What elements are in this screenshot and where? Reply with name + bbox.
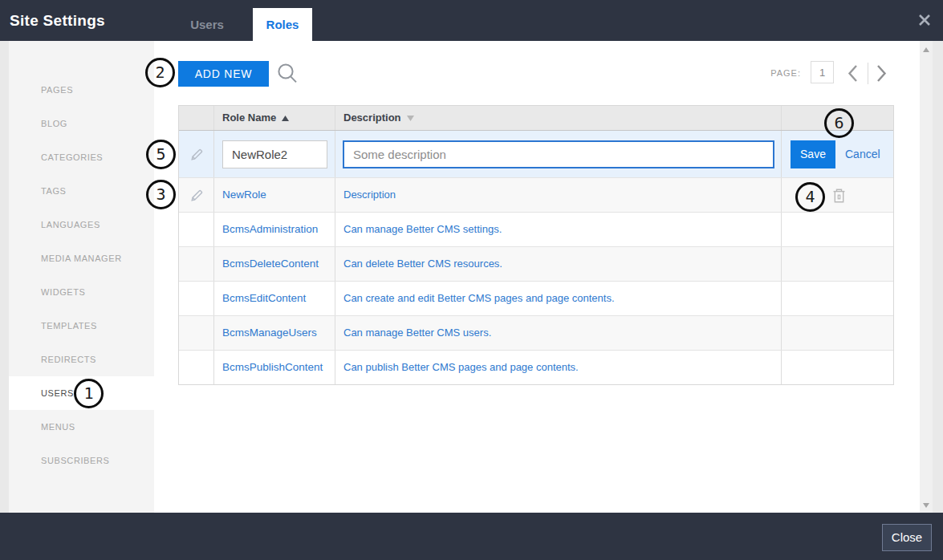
tab-roles[interactable]: Roles (253, 8, 312, 41)
role-name-header-label: Role Name (222, 112, 276, 124)
sidebar: PAGES BLOG CATEGORIES TAGS LANGUAGES MED… (9, 41, 154, 513)
add-new-button[interactable]: ADD NEW (178, 61, 269, 87)
row-name-cell: NewRole (214, 178, 335, 212)
callout-4: 4 (795, 182, 825, 212)
sidebar-item-redirects[interactable]: REDIRECTS (9, 343, 154, 376)
row-icon-cell (179, 247, 214, 281)
header-cell-description[interactable]: Description (335, 106, 782, 130)
row-actions-cell (782, 213, 893, 246)
row-icon-cell (179, 178, 214, 212)
role-description-input[interactable] (343, 140, 774, 168)
edit-pencil-icon[interactable] (190, 189, 204, 202)
vertical-scrollbar[interactable] (920, 41, 933, 513)
sidebar-item-subscribers[interactable]: SUBSCRIBERS (9, 444, 154, 477)
sidebar-menu: PAGES BLOG CATEGORIES TAGS LANGUAGES MED… (9, 41, 154, 477)
row-icon-cell (179, 351, 214, 384)
role-edit-row: Save Cancel (179, 131, 893, 177)
edit-pencil-icon[interactable] (190, 148, 204, 161)
search-icon[interactable] (276, 63, 299, 85)
row-description-cell: Can publish Better CMS pages and page co… (335, 351, 782, 384)
role-description-link[interactable]: Can create and edit Better CMS pages and… (343, 282, 615, 315)
role-name-link[interactable]: BcmsManageUsers (222, 316, 317, 350)
sidebar-item-languages[interactable]: LANGUAGES (9, 208, 154, 241)
main-panel: ADD NEW PAGE: Role Name Description (154, 41, 920, 513)
cancel-link[interactable]: Cancel (845, 131, 880, 177)
sort-asc-icon (282, 116, 289, 121)
next-page-icon[interactable] (876, 64, 888, 83)
role-description-link[interactable]: Can manage Better CMS users. (343, 316, 491, 350)
table-header-row: Role Name Description (179, 106, 893, 131)
table-row-bcmspublishcontent: BcmsPublishContent Can publish Better CM… (179, 350, 893, 384)
role-name-link[interactable]: NewRole (222, 178, 266, 212)
table-row-newrole: NewRole Description (179, 177, 893, 212)
row-description-cell: Can manage Better CMS users. (335, 316, 782, 350)
role-name-link[interactable]: BcmsAdministration (222, 213, 318, 246)
row-description-cell: Can delete Better CMS resources. (335, 247, 782, 281)
sidebar-item-menus[interactable]: MENUS (9, 410, 154, 444)
callout-5: 5 (146, 140, 176, 169)
table-row-bcmsdeletecontent: BcmsDeleteContent Can delete Better CMS … (179, 246, 893, 281)
role-name-link[interactable]: BcmsEditContent (222, 282, 306, 315)
table-row-bcmsadministration: BcmsAdministration Can manage Better CMS… (179, 212, 893, 246)
close-icon[interactable] (917, 12, 933, 28)
description-header-label: Description (343, 112, 401, 124)
sidebar-item-tags[interactable]: TAGS (9, 174, 154, 208)
callout-3: 3 (146, 180, 176, 209)
row-actions-cell (782, 351, 893, 384)
tab-bar: Users Roles (177, 8, 312, 41)
row-name-cell: BcmsDeleteContent (214, 247, 335, 281)
row-icon-cell (179, 316, 214, 350)
callout-1: 1 (74, 379, 104, 408)
callout-6: 6 (824, 108, 854, 138)
row-icon-cell (179, 213, 214, 246)
row-icon-cell (179, 282, 214, 315)
header-cell-icon (179, 106, 214, 130)
sidebar-item-widgets[interactable]: WIDGETS (9, 275, 154, 309)
sidebar-item-pages[interactable]: PAGES (9, 73, 154, 107)
previous-page-icon[interactable] (847, 64, 859, 83)
sidebar-item-blog[interactable]: BLOG (9, 107, 154, 140)
edit-row-icon-cell (179, 131, 214, 177)
row-description-cell: Can create and edit Better CMS pages and… (335, 282, 782, 315)
row-name-cell: BcmsEditContent (214, 282, 335, 315)
row-actions-cell (782, 316, 893, 350)
page-label: PAGE: (770, 62, 801, 84)
edit-row-description-cell (335, 131, 782, 177)
row-name-cell: BcmsAdministration (214, 213, 335, 246)
role-name-link[interactable]: BcmsPublishContent (222, 351, 323, 384)
role-name-link[interactable]: BcmsDeleteContent (222, 247, 319, 281)
page-number-input[interactable] (811, 61, 834, 83)
table-row-bcmsmanageusers: BcmsManageUsers Can manage Better CMS us… (179, 315, 893, 350)
sidebar-item-categories[interactable]: CATEGORIES (9, 140, 154, 174)
row-actions-cell (782, 282, 893, 315)
pager-divider (868, 63, 868, 84)
edit-row-name-cell (214, 131, 335, 177)
close-button[interactable]: Close (882, 524, 932, 551)
dialog-header: Site Settings Users Roles (0, 0, 943, 41)
role-description-link[interactable]: Can publish Better CMS pages and page co… (343, 351, 579, 384)
role-description-link[interactable]: Can delete Better CMS resources. (343, 247, 502, 281)
scroll-down-icon[interactable] (923, 503, 929, 508)
row-name-cell: BcmsManageUsers (214, 316, 335, 350)
roles-table: Role Name Description (178, 105, 894, 385)
row-name-cell: BcmsPublishContent (214, 351, 335, 384)
role-name-input[interactable] (222, 140, 327, 168)
sort-desc-icon (407, 116, 414, 121)
site-settings-dialog: Site Settings Users Roles PAGES BLOG CAT… (0, 0, 943, 560)
scroll-up-icon[interactable] (923, 47, 929, 52)
save-button[interactable]: Save (791, 140, 835, 168)
table-row-bcmseditcontent: BcmsEditContent Can create and edit Bett… (179, 281, 893, 315)
header-cell-role-name[interactable]: Role Name (214, 106, 335, 130)
callout-2: 2 (145, 58, 175, 87)
row-description-cell: Description (335, 178, 782, 212)
role-description-link[interactable]: Can manage Better CMS settings. (343, 213, 502, 246)
sidebar-item-templates[interactable]: TEMPLATES (9, 309, 154, 343)
row-actions-cell (782, 247, 893, 281)
tab-users[interactable]: Users (177, 8, 237, 41)
delete-trash-icon[interactable] (832, 189, 846, 203)
dialog-title: Site Settings (10, 0, 105, 41)
dialog-footer: Close (0, 513, 943, 560)
row-description-cell: Can manage Better CMS settings. (335, 213, 782, 246)
role-description-link[interactable]: Description (343, 178, 396, 212)
sidebar-item-media-manager[interactable]: MEDIA MANAGER (9, 241, 154, 275)
